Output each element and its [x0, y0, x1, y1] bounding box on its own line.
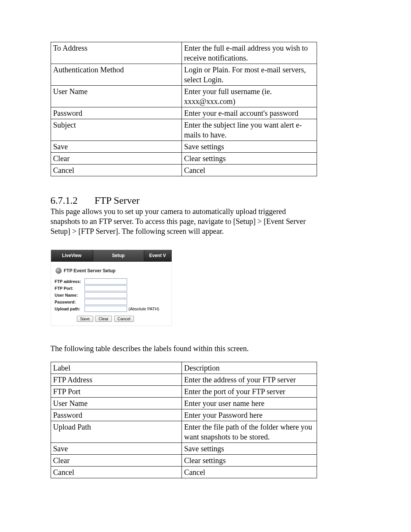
- cell-label: Clear: [51, 153, 182, 165]
- section-heading: 6.7.1.2 FTP Server: [51, 195, 361, 206]
- cell-desc: Enter your full username (ie. xxxx@xxx.c…: [182, 86, 317, 107]
- cell-desc: Save settings: [182, 443, 317, 455]
- tab-event-viewer[interactable]: Event V: [144, 250, 172, 261]
- cell-desc: Enter the address of your FTP server: [182, 374, 317, 386]
- table-row: Save Save settings: [51, 443, 317, 455]
- label-ftp-port: FTP Port:: [55, 286, 84, 291]
- table-intro: The following table describes the labels…: [51, 343, 317, 353]
- table-header-row: Label Description: [51, 362, 317, 374]
- table-row: Password Enter your e-mail account's pas…: [51, 107, 317, 119]
- table-row: Subject Enter the subject line you want …: [51, 119, 317, 141]
- tab-liveview[interactable]: LiveView: [51, 250, 93, 261]
- cell-desc: Login or Plain. For most e-mail servers,…: [182, 64, 317, 86]
- cell-desc: Enter your user name here: [182, 398, 317, 409]
- cell-label: Password: [51, 409, 182, 421]
- tab-setup[interactable]: Setup: [93, 250, 144, 261]
- table-row: Cancel Cancel: [51, 165, 317, 176]
- cell-label: Subject: [51, 119, 182, 141]
- cell-label: Authentication Method: [51, 64, 182, 86]
- cell-desc: Enter the file path of the folder where …: [182, 421, 317, 443]
- orb-icon: [56, 268, 62, 274]
- panel-title-row: FTP Event Server Setup: [56, 268, 168, 274]
- header-label: Label: [51, 362, 182, 374]
- clear-button[interactable]: Clear: [95, 316, 112, 322]
- table-row: FTP Address Enter the address of your FT…: [51, 374, 317, 386]
- table-row: Upload Path Enter the file path of the f…: [51, 421, 317, 443]
- panel-title: FTP Event Server Setup: [64, 268, 116, 273]
- ftp-labels-table: Label Description FTP Address Enter the …: [51, 362, 317, 478]
- cell-desc: Save settings: [182, 141, 317, 153]
- label-ftp-address: FTP address:: [55, 279, 84, 284]
- cell-label: Password: [51, 107, 182, 119]
- cell-desc: Enter the subject line you want alert e-…: [182, 119, 317, 141]
- cell-label: FTP Address: [51, 374, 182, 386]
- cell-desc: Clear settings: [182, 455, 317, 466]
- table-row: Password Enter your Password here: [51, 409, 317, 421]
- cell-label: User Name: [51, 86, 182, 107]
- table-row: User Name Enter your user name here: [51, 398, 317, 409]
- table-row: To Address Enter the full e-mail address…: [51, 42, 317, 64]
- cancel-button[interactable]: Cancel: [114, 316, 134, 322]
- cell-label: Cancel: [51, 466, 182, 478]
- cell-label: Cancel: [51, 165, 182, 176]
- ui-tabs: LiveView Setup Event V: [51, 250, 172, 262]
- label-user-name: User Name:: [55, 293, 84, 297]
- section-title: FTP Server: [95, 195, 140, 206]
- input-ftp-address[interactable]: [84, 278, 127, 284]
- cell-label: Upload Path: [51, 421, 182, 443]
- table-row: Clear Clear settings: [51, 153, 317, 165]
- cell-desc: Enter the full e-mail address you wish t…: [182, 42, 317, 64]
- ftp-setup-screenshot: LiveView Setup Event V FTP Event Server …: [51, 250, 172, 326]
- input-ftp-port[interactable]: [84, 285, 127, 291]
- cell-label: User Name: [51, 398, 182, 409]
- label-password: Password:: [55, 300, 84, 304]
- cell-desc: Cancel: [182, 466, 317, 478]
- table-row: Cancel Cancel: [51, 466, 317, 478]
- cell-label: FTP Port: [51, 386, 182, 398]
- cell-desc: Enter your e-mail account's password: [182, 107, 317, 119]
- upload-path-hint: (Absolute PATH): [129, 307, 159, 311]
- input-user-name[interactable]: [84, 292, 127, 298]
- save-button[interactable]: Save: [77, 316, 93, 322]
- table-row: User Name Enter your full username (ie. …: [51, 86, 317, 107]
- cell-label: To Address: [51, 42, 182, 64]
- table-row: FTP Port Enter the port of your FTP serv…: [51, 386, 317, 398]
- input-password[interactable]: [84, 299, 127, 305]
- input-upload-path[interactable]: [84, 306, 127, 312]
- email-settings-table: To Address Enter the full e-mail address…: [51, 42, 317, 176]
- cell-desc: Clear settings: [182, 153, 317, 165]
- header-desc: Description: [182, 362, 317, 374]
- table-row: Save Save settings: [51, 141, 317, 153]
- table-row: Authentication Method Login or Plain. Fo…: [51, 64, 317, 86]
- cell-desc: Enter the port of your FTP server: [182, 386, 317, 398]
- label-upload-path: Upload path:: [55, 307, 84, 311]
- section-intro: This page allows you to set up your came…: [51, 206, 317, 236]
- cell-label: Save: [51, 141, 182, 153]
- section-number: 6.7.1.2: [51, 195, 78, 206]
- table-row: Clear Clear settings: [51, 455, 317, 466]
- cell-desc: Cancel: [182, 165, 317, 176]
- cell-label: Save: [51, 443, 182, 455]
- cell-label: Clear: [51, 455, 182, 466]
- cell-desc: Enter your Password here: [182, 409, 317, 421]
